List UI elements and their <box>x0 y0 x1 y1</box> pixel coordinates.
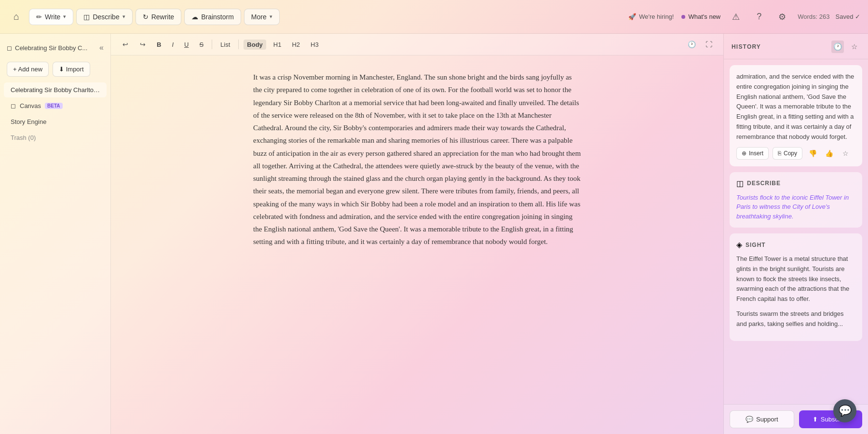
write-button[interactable]: ✏ Write ▾ <box>29 9 73 25</box>
insert-icon: ⊕ <box>742 150 746 157</box>
help-button[interactable]: ? <box>751 9 767 25</box>
sight-icon: ◈ <box>736 240 742 249</box>
history-header: HISTORY 🕐 ☆ <box>724 34 868 59</box>
copy-icon: ⎘ <box>778 150 781 157</box>
add-new-button[interactable]: + Add new <box>7 62 49 77</box>
canvas-icon: ◻ <box>11 102 16 109</box>
nav-buttons: ✏ Write ▾ ◫ Describe ▾ ↻ Rewrite ☁ Brain… <box>29 9 624 25</box>
sight-text-1: The Eiffel Tower is a metal structure th… <box>736 254 855 304</box>
thumbs-down-button[interactable]: 👎 <box>806 147 819 160</box>
rewrite-icon: ↻ <box>143 13 149 21</box>
words-label: Words: 263 <box>798 13 829 20</box>
sidebar-item-celebrating[interactable]: Celebrating Sir Bobby Charlton's L... <box>4 82 107 97</box>
subscribe-icon: ⬆ <box>813 416 818 423</box>
sidebar-doc-item-label: Celebrating Sir Bobby Charlton's L... <box>11 86 107 94</box>
notification-dot <box>681 15 685 19</box>
thumbs-up-button[interactable]: 👍 <box>823 147 835 160</box>
trash-label: Trash (0) <box>11 134 36 141</box>
sidebar-item-canvas[interactable]: ◻ Canvas BETA <box>4 98 107 113</box>
sidebar-item-story-engine[interactable]: Story Engine <box>4 114 107 129</box>
toolbar-separator <box>212 40 212 49</box>
history-icon-button[interactable]: 🕐 <box>685 38 698 51</box>
italic-button[interactable]: I <box>168 40 177 50</box>
describe-header: ◫ DESCRIBE <box>736 179 855 188</box>
copy-button[interactable]: ⎘ Copy <box>773 147 802 160</box>
sidebar-collapse-button[interactable]: « <box>99 43 104 52</box>
rocket-icon: 🚀 <box>628 13 636 20</box>
sidebar-doc-title: ◻ Celebrating Sir Bobby C... <box>7 44 87 52</box>
history-card-actions: ⊕ Insert ⎘ Copy 👎 👍 ☆ <box>736 147 855 160</box>
rewrite-button[interactable]: ↻ Rewrite <box>136 9 181 25</box>
brainstorm-button[interactable]: ☁ Brainstorm <box>184 9 241 25</box>
right-panel-scroll[interactable]: admiration, and the service ended with t… <box>724 59 868 404</box>
h2-button[interactable]: H2 <box>288 40 303 50</box>
insert-button[interactable]: ⊕ Insert <box>736 147 769 160</box>
copy-label: Copy <box>784 150 797 157</box>
history-clock-button[interactable]: 🕐 <box>831 41 844 53</box>
more-chevron-icon: ▾ <box>270 14 272 20</box>
undo-button[interactable]: ↩ <box>119 38 132 51</box>
whats-new-button[interactable]: What's new <box>681 13 720 20</box>
chat-icon: 💬 <box>839 405 852 417</box>
sidebar: ◻ Celebrating Sir Bobby C... « + Add new… <box>0 34 111 434</box>
describe-icon: ◫ <box>83 13 90 21</box>
support-button[interactable]: 💬 Support <box>730 410 794 428</box>
list-button[interactable]: List <box>217 40 233 50</box>
more-button[interactable]: More ▾ <box>244 9 280 25</box>
describe-section: ◫ DESCRIBE Tourists flock to the iconic … <box>730 172 862 228</box>
rewrite-label: Rewrite <box>151 13 174 21</box>
main-layout: ◻ Celebrating Sir Bobby C... « + Add new… <box>0 34 868 434</box>
right-panel: HISTORY 🕐 ☆ admiration, and the service … <box>723 34 868 434</box>
insert-label: Insert <box>749 150 763 157</box>
describe-button[interactable]: ◫ Describe ▾ <box>76 9 132 25</box>
top-navigation: ⌂ ✏ Write ▾ ◫ Describe ▾ ↻ Rewrite ☁ Bra… <box>0 0 868 34</box>
history-card-1: admiration, and the service ended with t… <box>730 65 862 166</box>
underline-button[interactable]: U <box>181 40 192 50</box>
describe-section-label: DESCRIBE <box>747 180 781 187</box>
h3-button[interactable]: H3 <box>307 40 322 50</box>
write-chevron-icon: ▾ <box>63 14 66 20</box>
document-icon: ◻ <box>7 44 12 52</box>
describe-chevron-icon: ▾ <box>122 14 125 20</box>
editor-area: ↩ ↪ B I U S List Body H1 H2 H3 🕐 ⛶ It wa… <box>111 34 723 434</box>
hiring-label: We're hiring! <box>639 13 674 20</box>
settings-button[interactable]: ⚙ <box>774 9 790 25</box>
sidebar-item-trash[interactable]: Trash (0) <box>4 130 107 145</box>
bookmark-button[interactable]: ☆ <box>839 147 852 160</box>
sight-text-2: Tourists swarm the streets and bridges a… <box>736 309 855 329</box>
write-pen-icon: ✏ <box>36 13 42 21</box>
alert-button[interactable]: ⚠ <box>728 9 744 25</box>
write-label: Write <box>45 13 60 21</box>
whats-new-label: What's new <box>688 13 720 20</box>
editor-text[interactable]: It was a crisp November morning in Manch… <box>253 71 581 248</box>
expand-icon-button[interactable]: ⛶ <box>702 38 716 51</box>
words-count: Words: 263 Saved ✓ <box>798 13 860 20</box>
beta-badge: BETA <box>45 103 62 109</box>
support-label: Support <box>756 416 778 423</box>
history-title: HISTORY <box>732 43 761 50</box>
hiring-button[interactable]: 🚀 We're hiring! <box>628 13 674 20</box>
h1-button[interactable]: H1 <box>270 40 285 50</box>
saved-label: Saved ✓ <box>836 13 860 20</box>
history-card-text: admiration, and the service ended with t… <box>736 72 855 142</box>
toolbar-separator-2 <box>238 40 239 49</box>
add-new-label: + Add new <box>13 66 42 73</box>
redo-button[interactable]: ↪ <box>136 38 149 51</box>
import-button[interactable]: ⬇ Import <box>53 62 90 77</box>
home-button[interactable]: ⌂ <box>8 8 25 26</box>
more-label: More <box>251 13 267 21</box>
body-format-button[interactable]: Body <box>244 40 266 50</box>
sight-section: ◈ SIGHT The Eiffel Tower is a metal stru… <box>730 233 862 341</box>
bold-button[interactable]: B <box>153 40 164 50</box>
history-star-button[interactable]: ☆ <box>848 41 860 53</box>
describe-section-icon: ◫ <box>736 179 744 188</box>
sidebar-doc-name: Celebrating Sir Bobby C... <box>15 44 87 52</box>
brainstorm-icon: ☁ <box>191 13 198 21</box>
describe-prompt-text: Tourists flock to the iconic Eiffel Towe… <box>736 193 855 221</box>
import-label: ⬇ Import <box>59 66 83 73</box>
strikethrough-button[interactable]: S <box>196 40 207 50</box>
sidebar-header: ◻ Celebrating Sir Bobby C... « <box>0 40 110 56</box>
editor-content[interactable]: It was a crisp November morning in Manch… <box>111 55 723 434</box>
chat-bubble-button[interactable]: 💬 <box>833 399 856 422</box>
sight-section-label: SIGHT <box>746 242 766 248</box>
